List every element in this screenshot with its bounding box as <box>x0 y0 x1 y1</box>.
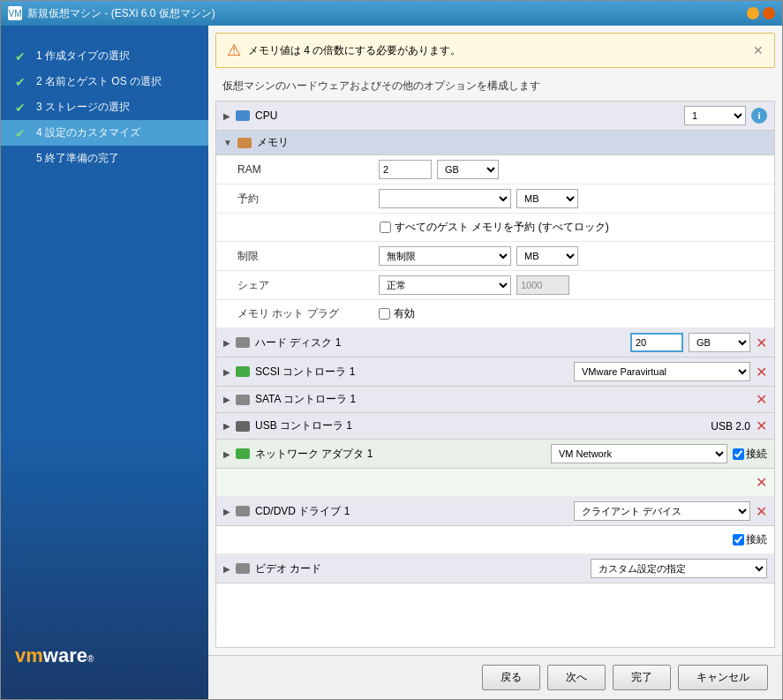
step3-check: ✔ <box>15 101 29 115</box>
sata-icon <box>236 395 250 405</box>
hdd-size-input[interactable] <box>630 333 683 352</box>
step2-label: 2 名前とゲスト OS の選択 <box>36 74 162 89</box>
ram-value-input[interactable] <box>379 160 432 179</box>
footer: 戻る 次へ 完了 キャンセル <box>208 655 782 699</box>
share-label: シェア <box>237 278 379 293</box>
limit-value-select[interactable]: 無制限 <box>379 246 511 266</box>
cdrom-toggle-icon: ▶ <box>223 507 230 516</box>
cdrom-value-select[interactable]: クライアント デバイス <box>574 501 750 521</box>
sidebar-step-4[interactable]: ✔ 4 設定のカスタマイズ <box>1 120 208 146</box>
network-connected-text: 接続 <box>746 447 767 462</box>
scsi-label: SCSI コントローラ 1 <box>255 365 355 380</box>
video-value-select[interactable]: カスタム設定の指定 <box>591 559 767 578</box>
cpu-section-header[interactable]: ▶ CPU 1248 i <box>216 102 774 131</box>
usb-section-header[interactable]: ▶ USB コントローラ 1 USB 2.0 ✕ <box>216 413 774 440</box>
sidebar-step-3: ✔ 3 ストレージの選択 <box>1 94 208 120</box>
usb-value: USB 2.0 <box>711 420 750 433</box>
reserve-value-select[interactable] <box>379 189 511 208</box>
hotplug-checkbox[interactable] <box>379 308 390 320</box>
form-area: ▶ CPU 1248 i ▼ メモリ <box>215 101 775 648</box>
scsi-remove-button[interactable]: ✕ <box>756 364 767 380</box>
network-value-select[interactable]: VM Network <box>551 444 727 463</box>
subtitle: 仮想マシンのハードウェアおよびその他のオプションを構成します <box>208 75 782 101</box>
network-connected-label: 接続 <box>733 447 767 462</box>
step1-check: ✔ <box>15 49 29 64</box>
memory-label: メモリ <box>257 135 289 150</box>
ram-row: RAM GBMB <box>216 155 774 184</box>
video-icon <box>236 563 250 574</box>
network-label: ネットワーク アダプタ 1 <box>255 447 373 462</box>
step3-label: 3 ストレージの選択 <box>36 100 130 115</box>
cancel-button[interactable]: キャンセル <box>678 665 768 690</box>
share-num-input <box>516 275 569 295</box>
ram-unit-select[interactable]: GBMB <box>437 160 499 179</box>
memory-icon <box>237 138 252 148</box>
network-section-header[interactable]: ▶ ネットワーク アダプタ 1 VM Network 接続 <box>216 440 774 469</box>
hotplug-check-text: 有効 <box>394 306 415 321</box>
lock-all-checkbox[interactable] <box>380 222 391 233</box>
scsi-type-select[interactable]: VMware Paravirtual LSI Logic SAS LSI Log… <box>574 362 750 381</box>
hdd-toggle-icon: ▶ <box>223 338 230 348</box>
network-connected-checkbox[interactable] <box>733 448 744 460</box>
hotplug-checkbox-label: 有効 <box>379 306 415 321</box>
sidebar-step-2: ✔ 2 名前とゲスト OS の選択 <box>1 69 208 94</box>
usb-toggle-icon: ▶ <box>223 421 230 431</box>
memory-hotplug-row: メモリ ホット プラグ 有効 <box>216 300 774 328</box>
reserve-unit-select[interactable]: MBGB <box>516 189 578 208</box>
vmware-logo: vmware® <box>1 630 208 681</box>
cdrom-connected-text: 接続 <box>746 532 767 547</box>
sata-toggle-icon: ▶ <box>223 395 230 404</box>
network-remove-button[interactable]: ✕ <box>756 474 767 491</box>
share-value-select[interactable]: 正常低高カスタム <box>379 275 511 295</box>
title-bar: VM 新規仮想マシン - (ESXi 6.0 仮想マシン) <box>1 1 782 26</box>
share-row: シェア 正常低高カスタム <box>216 271 774 300</box>
sata-remove-button[interactable]: ✕ <box>756 391 767 408</box>
network-toggle-icon: ▶ <box>223 449 230 459</box>
usb-label: USB コントローラ 1 <box>255 418 352 433</box>
cdrom-section-header[interactable]: ▶ CD/DVD ドライブ 1 クライアント デバイス ✕ <box>216 497 774 526</box>
reserve-row: 予約 MBGB <box>216 184 774 214</box>
usb-remove-button[interactable]: ✕ <box>756 418 767 434</box>
scsi-section-header[interactable]: ▶ SCSI コントローラ 1 VMware Paravirtual LSI L… <box>216 358 774 387</box>
minimize-button[interactable] <box>747 7 759 19</box>
sata-section-header[interactable]: ▶ SATA コントローラ 1 ✕ <box>216 387 774 413</box>
sidebar-steps: ✔ 1 作成タイプの選択 ✔ 2 名前とゲスト OS の選択 ✔ 3 ストレージ… <box>1 43 208 171</box>
warning-close-button[interactable]: ✕ <box>753 43 764 57</box>
lock-all-row: すべてのゲスト メモリを予約 (すべてロック) <box>216 214 774 242</box>
limit-unit-select[interactable]: MBGB <box>516 246 578 266</box>
finish-button[interactable]: 完了 <box>613 665 671 690</box>
video-label: ビデオ カード <box>255 561 321 576</box>
back-button[interactable]: 戻る <box>482 665 540 690</box>
hdd-label: ハード ディスク 1 <box>255 335 341 350</box>
cdrom-remove-button[interactable]: ✕ <box>756 503 767 520</box>
network-icon <box>236 448 250 459</box>
cpu-label: CPU <box>255 109 277 122</box>
memory-toggle-icon: ▼ <box>223 138 232 147</box>
warning-icon: ⚠ <box>227 41 241 60</box>
hdd-remove-button[interactable]: ✕ <box>756 335 767 351</box>
cdrom-icon <box>236 506 250 516</box>
reserve-label: 予約 <box>237 192 379 207</box>
cpu-icon <box>236 110 250 121</box>
hdd-section-header[interactable]: ▶ ハード ディスク 1 GBTB ✕ <box>216 328 774 358</box>
ram-label: RAM <box>237 163 379 176</box>
step1-label: 1 作成タイプの選択 <box>36 49 130 64</box>
main-window: VM 新規仮想マシン - (ESXi 6.0 仮想マシン) ✔ 1 作成タイプの… <box>0 0 783 700</box>
hdd-unit-select[interactable]: GBTB <box>689 333 750 352</box>
sidebar: ✔ 1 作成タイプの選択 ✔ 2 名前とゲスト OS の選択 ✔ 3 ストレージ… <box>1 26 208 699</box>
step4-label: 4 設定のカスタマイズ <box>36 125 140 140</box>
step5-label: 5 終了準備の完了 <box>36 151 119 166</box>
cpu-info-icon[interactable]: i <box>751 108 767 124</box>
close-button[interactable] <box>763 7 775 19</box>
limit-label: 制限 <box>237 249 379 264</box>
usb-icon <box>236 421 250 432</box>
video-section-header[interactable]: ▶ ビデオ カード カスタム設定の指定 <box>216 554 774 583</box>
scsi-icon <box>236 366 250 377</box>
video-toggle-icon: ▶ <box>223 564 230 574</box>
memory-section-header[interactable]: ▼ メモリ <box>216 131 774 155</box>
cdrom-connected-checkbox[interactable] <box>733 534 744 546</box>
next-button[interactable]: 次へ <box>547 665 606 690</box>
cpu-toggle-icon: ▶ <box>223 111 230 121</box>
cpu-count-select[interactable]: 1248 <box>684 106 746 125</box>
sata-label: SATA コントローラ 1 <box>255 392 356 407</box>
